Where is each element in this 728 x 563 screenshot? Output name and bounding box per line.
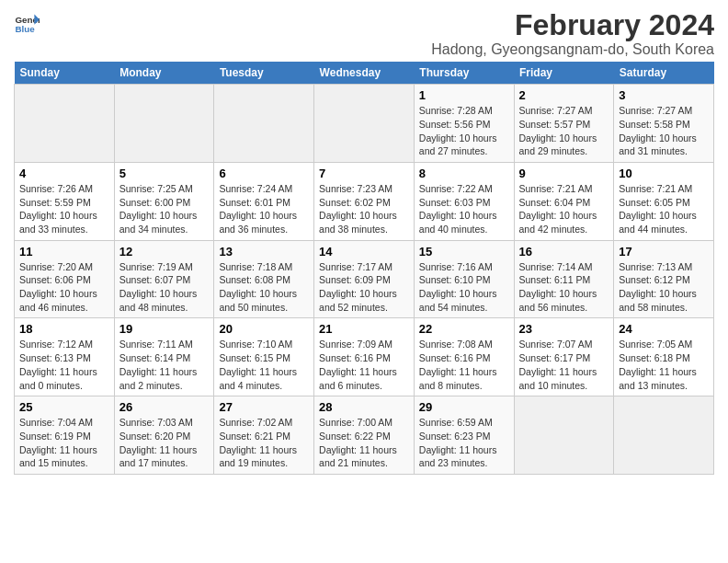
day-number: 28: [319, 400, 409, 414]
logo-icon: General Blue: [14, 9, 40, 35]
calendar-cell: 12Sunrise: 7:19 AM Sunset: 6:07 PM Dayli…: [114, 240, 214, 318]
calendar-cell: 13Sunrise: 7:18 AM Sunset: 6:08 PM Dayli…: [214, 240, 314, 318]
calendar-cell: [114, 85, 214, 163]
calendar-header-wednesday: Wednesday: [314, 62, 415, 85]
calendar-cell: [214, 85, 314, 163]
calendar-header-sunday: Sunday: [15, 62, 115, 85]
day-info: Sunrise: 7:05 AM Sunset: 6:18 PM Dayligh…: [619, 338, 709, 392]
day-number: 12: [119, 245, 210, 259]
day-info: Sunrise: 7:03 AM Sunset: 6:20 PM Dayligh…: [119, 416, 210, 470]
calendar-cell: 24Sunrise: 7:05 AM Sunset: 6:18 PM Dayli…: [614, 318, 714, 396]
calendar-cell: 17Sunrise: 7:13 AM Sunset: 6:12 PM Dayli…: [614, 240, 714, 318]
calendar-cell: [314, 85, 415, 163]
calendar-cell: [614, 396, 714, 475]
calendar-week-row: 1Sunrise: 7:28 AM Sunset: 5:56 PM Daylig…: [15, 85, 714, 163]
day-info: Sunrise: 7:10 AM Sunset: 6:15 PM Dayligh…: [219, 338, 309, 392]
calendar-cell: 18Sunrise: 7:12 AM Sunset: 6:13 PM Dayli…: [15, 318, 115, 396]
day-number: 4: [19, 167, 109, 180]
day-info: Sunrise: 7:16 AM Sunset: 6:10 PM Dayligh…: [419, 260, 509, 315]
calendar-cell: 20Sunrise: 7:10 AM Sunset: 6:15 PM Dayli…: [214, 318, 314, 396]
logo: General Blue: [14, 9, 40, 35]
day-number: 7: [319, 167, 409, 180]
calendar-cell: 7Sunrise: 7:23 AM Sunset: 6:02 PM Daylig…: [314, 162, 415, 240]
day-number: 24: [619, 322, 709, 336]
day-number: 16: [519, 245, 609, 259]
day-info: Sunrise: 7:12 AM Sunset: 6:13 PM Dayligh…: [19, 338, 109, 392]
day-info: Sunrise: 7:20 AM Sunset: 6:06 PM Dayligh…: [19, 260, 109, 315]
day-info: Sunrise: 7:04 AM Sunset: 6:19 PM Dayligh…: [19, 416, 109, 470]
calendar-cell: 21Sunrise: 7:09 AM Sunset: 6:16 PM Dayli…: [314, 318, 415, 396]
calendar-body: 1Sunrise: 7:28 AM Sunset: 5:56 PM Daylig…: [15, 85, 714, 475]
day-info: Sunrise: 7:07 AM Sunset: 6:17 PM Dayligh…: [519, 338, 609, 392]
calendar-cell: 8Sunrise: 7:22 AM Sunset: 6:03 PM Daylig…: [414, 162, 514, 240]
day-number: 22: [419, 322, 509, 336]
day-number: 8: [419, 167, 509, 180]
day-number: 17: [619, 245, 709, 259]
calendar-cell: 27Sunrise: 7:02 AM Sunset: 6:21 PM Dayli…: [214, 396, 314, 475]
day-info: Sunrise: 7:17 AM Sunset: 6:09 PM Dayligh…: [319, 260, 409, 315]
calendar-cell: 28Sunrise: 7:00 AM Sunset: 6:22 PM Dayli…: [314, 396, 415, 475]
calendar-header-friday: Friday: [514, 62, 614, 85]
page-header: General Blue February 2024 Hadong, Gyeon…: [14, 9, 714, 58]
calendar-cell: 19Sunrise: 7:11 AM Sunset: 6:14 PM Dayli…: [114, 318, 214, 396]
day-number: 10: [619, 167, 709, 180]
calendar-cell: 2Sunrise: 7:27 AM Sunset: 5:57 PM Daylig…: [514, 85, 614, 163]
day-info: Sunrise: 7:27 AM Sunset: 5:58 PM Dayligh…: [619, 104, 709, 158]
calendar-cell: 22Sunrise: 7:08 AM Sunset: 6:16 PM Dayli…: [414, 318, 514, 396]
day-number: 13: [219, 245, 309, 259]
calendar-cell: [15, 85, 115, 163]
calendar-cell: 6Sunrise: 7:24 AM Sunset: 6:01 PM Daylig…: [214, 162, 314, 240]
calendar-week-row: 25Sunrise: 7:04 AM Sunset: 6:19 PM Dayli…: [15, 396, 714, 475]
day-info: Sunrise: 7:18 AM Sunset: 6:08 PM Dayligh…: [219, 260, 309, 315]
day-info: Sunrise: 7:14 AM Sunset: 6:11 PM Dayligh…: [519, 260, 609, 315]
calendar-cell: 9Sunrise: 7:21 AM Sunset: 6:04 PM Daylig…: [514, 162, 614, 240]
day-info: Sunrise: 7:13 AM Sunset: 6:12 PM Dayligh…: [619, 260, 709, 315]
day-info: Sunrise: 7:21 AM Sunset: 6:04 PM Dayligh…: [519, 182, 609, 236]
calendar-header-thursday: Thursday: [414, 62, 514, 85]
svg-text:Blue: Blue: [15, 24, 35, 34]
day-number: 2: [519, 88, 609, 102]
day-number: 5: [119, 167, 210, 180]
calendar-table: SundayMondayTuesdayWednesdayThursdayFrid…: [14, 62, 714, 475]
day-number: 20: [219, 322, 309, 336]
day-number: 21: [319, 322, 409, 336]
calendar-cell: 29Sunrise: 6:59 AM Sunset: 6:23 PM Dayli…: [414, 396, 514, 475]
day-number: 25: [19, 400, 109, 414]
day-number: 29: [419, 400, 509, 414]
day-number: 6: [219, 167, 309, 180]
calendar-cell: 10Sunrise: 7:21 AM Sunset: 6:05 PM Dayli…: [614, 162, 714, 240]
calendar-cell: 25Sunrise: 7:04 AM Sunset: 6:19 PM Dayli…: [15, 396, 115, 475]
day-info: Sunrise: 7:28 AM Sunset: 5:56 PM Dayligh…: [419, 104, 509, 158]
calendar-header-tuesday: Tuesday: [214, 62, 314, 85]
day-info: Sunrise: 7:26 AM Sunset: 5:59 PM Dayligh…: [19, 182, 109, 236]
day-info: Sunrise: 7:00 AM Sunset: 6:22 PM Dayligh…: [319, 416, 409, 470]
day-number: 9: [519, 167, 609, 180]
day-info: Sunrise: 7:11 AM Sunset: 6:14 PM Dayligh…: [119, 338, 210, 392]
calendar-cell: 26Sunrise: 7:03 AM Sunset: 6:20 PM Dayli…: [114, 396, 214, 475]
day-info: Sunrise: 7:27 AM Sunset: 5:57 PM Dayligh…: [519, 104, 609, 158]
day-info: Sunrise: 7:09 AM Sunset: 6:16 PM Dayligh…: [319, 338, 409, 392]
calendar-cell: 3Sunrise: 7:27 AM Sunset: 5:58 PM Daylig…: [614, 85, 714, 163]
calendar-cell: 15Sunrise: 7:16 AM Sunset: 6:10 PM Dayli…: [414, 240, 514, 318]
calendar-cell: [514, 396, 614, 475]
day-info: Sunrise: 7:25 AM Sunset: 6:00 PM Dayligh…: [119, 182, 210, 236]
calendar-cell: 4Sunrise: 7:26 AM Sunset: 5:59 PM Daylig…: [15, 162, 115, 240]
calendar-header-monday: Monday: [114, 62, 214, 85]
day-number: 11: [19, 245, 109, 259]
day-number: 3: [619, 88, 709, 102]
day-info: Sunrise: 7:19 AM Sunset: 6:07 PM Dayligh…: [119, 260, 210, 315]
calendar-cell: 1Sunrise: 7:28 AM Sunset: 5:56 PM Daylig…: [414, 85, 514, 163]
day-number: 15: [419, 245, 509, 259]
day-number: 26: [119, 400, 210, 414]
day-number: 14: [319, 245, 409, 259]
calendar-cell: 14Sunrise: 7:17 AM Sunset: 6:09 PM Dayli…: [314, 240, 415, 318]
calendar-cell: 16Sunrise: 7:14 AM Sunset: 6:11 PM Dayli…: [514, 240, 614, 318]
day-number: 18: [19, 322, 109, 336]
calendar-cell: 5Sunrise: 7:25 AM Sunset: 6:00 PM Daylig…: [114, 162, 214, 240]
calendar-cell: 11Sunrise: 7:20 AM Sunset: 6:06 PM Dayli…: [15, 240, 115, 318]
calendar-header-row: SundayMondayTuesdayWednesdayThursdayFrid…: [15, 62, 714, 85]
day-info: Sunrise: 6:59 AM Sunset: 6:23 PM Dayligh…: [419, 416, 509, 470]
day-info: Sunrise: 7:02 AM Sunset: 6:21 PM Dayligh…: [219, 416, 309, 470]
day-info: Sunrise: 7:21 AM Sunset: 6:05 PM Dayligh…: [619, 182, 709, 236]
day-number: 23: [519, 322, 609, 336]
